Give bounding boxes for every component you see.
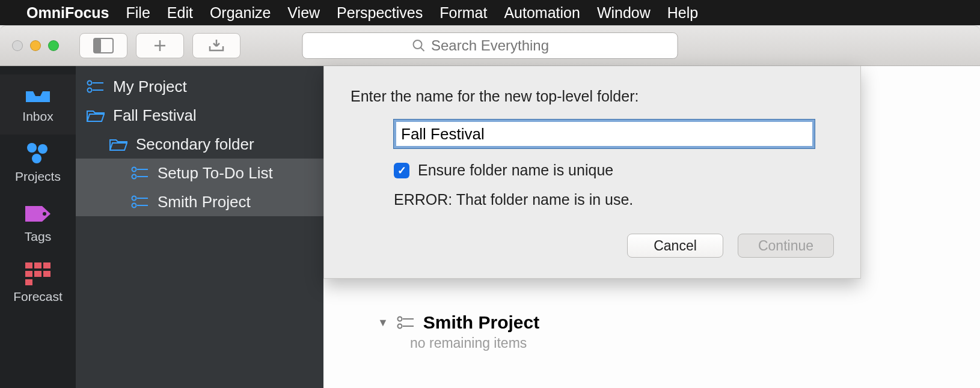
svg-point-8 [32, 154, 41, 163]
svg-rect-15 [43, 271, 51, 277]
svg-point-26 [132, 204, 136, 208]
project-icon [131, 195, 149, 209]
project-icon [397, 315, 415, 330]
sidebar-label: My Project [113, 77, 187, 96]
project-header-row[interactable]: ▼ Smith Project [378, 312, 956, 333]
folder-name-input[interactable] [394, 120, 815, 148]
sidebar-label: Setup To-Do List [158, 164, 273, 183]
forecast-icon [24, 263, 52, 285]
sidebar-item-project[interactable]: Smith Project [76, 187, 323, 216]
sidebar-label: Smith Project [158, 193, 251, 211]
svg-point-22 [132, 175, 136, 179]
svg-point-9 [43, 212, 46, 216]
menu-help[interactable]: Help [667, 4, 698, 22]
content-pane: ▼ Smith Project no remaining items Enter… [323, 66, 980, 388]
macos-menubar: OmniFocus File Edit Organize View Perspe… [0, 0, 980, 25]
perspective-forecast[interactable]: Forecast [0, 255, 76, 315]
tags-icon [24, 203, 52, 225]
svg-rect-11 [34, 262, 41, 268]
svg-point-25 [132, 196, 136, 201]
project-icon [87, 79, 105, 94]
unique-checkbox-row[interactable]: ✓ Ensure folder name is unique [394, 162, 834, 179]
window-controls [12, 40, 59, 51]
menu-organize[interactable]: Organize [210, 4, 271, 22]
sidebar-item-folder[interactable]: Secondary folder [76, 130, 323, 159]
perspective-tags[interactable]: Tags [0, 195, 76, 255]
svg-point-17 [88, 81, 92, 85]
svg-point-6 [27, 143, 37, 153]
add-button[interactable] [136, 33, 184, 58]
svg-rect-10 [25, 262, 32, 268]
svg-line-5 [420, 47, 424, 51]
projects-icon [24, 143, 52, 165]
minimize-window-button[interactable] [30, 40, 41, 51]
svg-rect-13 [25, 271, 32, 277]
svg-point-7 [38, 144, 47, 154]
quick-entry-button[interactable] [192, 33, 240, 58]
svg-point-30 [397, 324, 402, 329]
sidebar-label: Fall Festival [113, 106, 197, 125]
svg-rect-14 [34, 271, 41, 277]
menu-edit[interactable]: Edit [167, 4, 193, 22]
menu-window[interactable]: Window [597, 4, 651, 22]
perspective-label: Inbox [22, 109, 53, 124]
svg-rect-16 [25, 279, 32, 285]
perspective-label: Tags [25, 229, 51, 244]
checkbox-checked-icon[interactable]: ✓ [394, 163, 409, 178]
svg-point-4 [413, 40, 421, 49]
sidebar-item-folder[interactable]: Fall Festival [76, 101, 323, 130]
perspective-bar: Inbox Projects Tags Forecast [0, 66, 76, 388]
cancel-button[interactable]: Cancel [627, 234, 723, 258]
dialog-error-text: ERROR: That folder name is in use. [394, 191, 834, 208]
svg-rect-12 [43, 262, 51, 268]
perspective-inbox[interactable]: Inbox [0, 74, 76, 135]
inbox-icon [24, 83, 52, 105]
folder-open-icon [87, 108, 105, 123]
menu-automation[interactable]: Automation [504, 4, 580, 22]
window-toolbar [0, 25, 980, 66]
project-icon [131, 166, 149, 180]
menu-perspectives[interactable]: Perspectives [337, 4, 423, 22]
search-container [302, 32, 678, 59]
dialog-prompt: Enter the name for the new top-level fol… [351, 88, 834, 105]
folder-open-icon [109, 137, 127, 151]
sidebar-label: Secondary folder [136, 135, 254, 154]
continue-button: Continue [738, 234, 834, 258]
svg-point-21 [132, 168, 136, 172]
zoom-window-button[interactable] [48, 40, 59, 51]
menu-format[interactable]: Format [439, 4, 487, 22]
menu-file[interactable]: File [126, 4, 150, 22]
project-title: Smith Project [423, 312, 539, 333]
project-sidebar: My Project Fall Festival Secondary folde… [76, 66, 323, 388]
perspective-label: Projects [15, 169, 61, 184]
toggle-sidebar-button[interactable] [79, 33, 127, 58]
menu-view[interactable]: View [287, 4, 320, 22]
search-icon [412, 39, 425, 52]
search-input[interactable] [302, 32, 678, 59]
app-menu[interactable]: OmniFocus [26, 4, 109, 22]
new-folder-dialog: Enter the name for the new top-level fol… [323, 66, 861, 279]
perspective-projects[interactable]: Projects [0, 135, 76, 195]
svg-point-18 [88, 88, 92, 92]
svg-rect-1 [94, 38, 101, 53]
checkbox-label: Ensure folder name is unique [418, 162, 613, 179]
perspective-label: Forecast [13, 289, 63, 304]
sidebar-item-project[interactable]: My Project [76, 72, 323, 101]
svg-point-29 [397, 317, 402, 321]
disclosure-triangle-icon[interactable]: ▼ [378, 317, 388, 329]
project-subtitle: no remaining items [410, 335, 956, 351]
sidebar-item-project[interactable]: Setup To-Do List [76, 159, 323, 187]
close-window-button[interactable] [12, 40, 23, 51]
